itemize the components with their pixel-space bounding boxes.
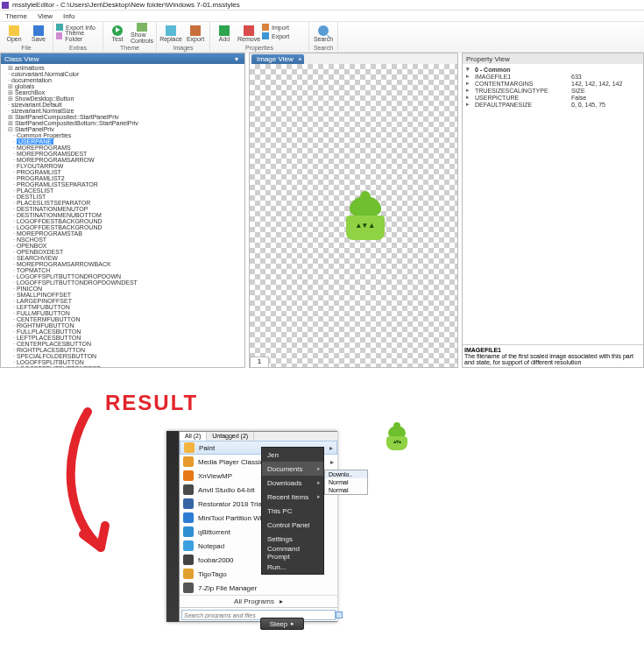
start-right-item[interactable]: Jen (262, 448, 323, 462)
close-icon[interactable]: × (298, 55, 302, 63)
tree-node[interactable]: Common Properties (3, 132, 243, 138)
start-right-item[interactable]: Run... (262, 560, 323, 574)
menu-theme[interactable]: Theme (5, 12, 27, 20)
tree-node[interactable]: LEFTPLACESBUTTON (3, 335, 243, 341)
tree-node[interactable]: MOREPROGRAMSTAB (3, 230, 243, 237)
chevron-right-icon[interactable]: ▸ (291, 620, 294, 627)
tree-node[interactable]: MOREPROGRAMSARROW (3, 157, 243, 163)
flyout-item[interactable]: Downlo.. (325, 470, 367, 478)
tree-node[interactable]: FULLMFUBUTTON (3, 310, 243, 316)
property-row[interactable]: ▸IMAGEFILE1633 (464, 73, 641, 80)
menu-info[interactable]: Info (63, 12, 74, 20)
expand-icon[interactable]: ▸ (464, 73, 471, 80)
tree-node[interactable]: FULLPLACESBUTTON (3, 328, 243, 335)
start-right-item[interactable]: Settings (262, 532, 323, 546)
class-view-collapse-icon[interactable]: ▾ (232, 54, 241, 63)
start-right-item[interactable]: Recent Items▸ (262, 490, 323, 504)
start-right-item[interactable]: Downloads▸ (262, 476, 323, 490)
open-button[interactable]: Open (3, 23, 25, 44)
tree-node[interactable]: LARGEPINOFFSET (3, 298, 243, 304)
show-controls-button[interactable]: Show Controls (131, 23, 153, 44)
tree-node[interactable]: MOREPROGRAMS (3, 145, 243, 151)
tree-node[interactable]: RIGHTPLACESBUTTON (3, 347, 243, 353)
tree-node[interactable]: sizevariant.Default (3, 102, 243, 108)
flyout-item[interactable]: Normal (325, 486, 367, 494)
tree-node[interactable]: PLACESLISTSEPARATOR (3, 200, 243, 206)
image-page-tab[interactable]: 1 (250, 357, 269, 367)
expand-icon[interactable]: ▸ (464, 101, 471, 108)
tree-node[interactable]: PROGRAMLIST (3, 169, 243, 175)
expand-icon[interactable]: ▸ (464, 80, 471, 87)
export-props-button[interactable]: Export (262, 32, 306, 40)
tree-node[interactable]: PROGRAMLISTSEPARATOR (3, 181, 243, 187)
tree-node[interactable]: FLYOUTARROW (3, 163, 243, 169)
start-right-item[interactable]: Control Panel (262, 518, 323, 532)
add-button[interactable]: Add (213, 23, 236, 44)
tree-node[interactable]: SEARCHVIEW (3, 255, 243, 261)
start-right-item[interactable]: This PC (262, 504, 323, 518)
property-value[interactable]: 142, 142, 142, 142 (571, 81, 641, 87)
tab-untagged[interactable]: Untagged (2) (207, 432, 254, 441)
tree-node[interactable]: CENTERMFUBUTTON (3, 316, 243, 322)
property-row[interactable]: ▸USERPICTUREFalse (464, 94, 641, 101)
tree-node[interactable]: PINICON (3, 286, 243, 292)
image-canvas[interactable]: ▴ ▾ ▴ 1 (250, 64, 457, 367)
tree-node[interactable]: DESTINATIONMENUTOP (3, 206, 243, 212)
tree-node[interactable]: LOGOFFSPLITBUTTONDROPDOWNDEST (3, 279, 243, 286)
replace-button[interactable]: Replace (159, 23, 182, 44)
tree-node[interactable]: LOGOFFDESTBACKGROUND (3, 218, 243, 224)
start-right-item[interactable]: Command Prompt (262, 546, 323, 560)
tree-node[interactable]: globals (3, 83, 243, 89)
tree-node[interactable]: PROGRAMLIST2 (3, 175, 243, 181)
save-button[interactable]: Save (27, 23, 50, 44)
class-tree[interactable]: animationscolorvariant.NormalColordocume… (1, 64, 244, 367)
tree-node[interactable]: OPENBOX (3, 243, 243, 249)
property-group-header[interactable]: ▾ 0 - Common (464, 66, 641, 73)
tree-node[interactable]: StartPanelComposited::StartPanelPriv (3, 114, 243, 120)
tree-node[interactable]: LOGOFFDESTBACKGROUND (3, 224, 243, 230)
tree-node[interactable]: DESTINATIONMENUBOTTOM (3, 212, 243, 218)
property-row[interactable]: ▸TRUESIZESCALINGTYPESIZE (464, 87, 641, 94)
tree-node[interactable]: StartPanelPriv (3, 126, 243, 132)
theme-folder-button[interactable]: Theme Folder (56, 32, 100, 40)
import-props-button[interactable]: Import (262, 23, 306, 32)
tree-node[interactable]: USERPANE (3, 138, 243, 145)
property-value[interactable]: 633 (571, 74, 641, 80)
tree-node[interactable]: sizevariant.NormalSize (3, 108, 243, 114)
image-view-tab[interactable]: Image View × (251, 54, 304, 64)
tree-node[interactable]: LOGOFFSPLITBUTTONDEST (3, 365, 243, 367)
flyout-item[interactable]: Normal (325, 478, 367, 486)
search-button[interactable]: Search (312, 23, 335, 44)
tree-node[interactable]: SPECIALFOLDERSBUTTON (3, 353, 243, 359)
tree-node[interactable]: documentation (3, 77, 243, 83)
expand-icon[interactable]: ▸ (464, 87, 471, 94)
tree-node[interactable]: MOREPROGRAMSDEST (3, 151, 243, 157)
tree-node[interactable]: ShowDesktop::Button (3, 95, 243, 102)
start-menu-item[interactable]: 7-Zip File Manager (180, 581, 337, 595)
tree-node[interactable]: SearchBox (3, 89, 243, 95)
all-programs-button[interactable]: All Programs ▸ (180, 595, 337, 607)
tab-all[interactable]: All (2) (180, 432, 207, 441)
tree-node[interactable]: CENTERPLACESBUTTON (3, 341, 243, 347)
property-value[interactable]: SIZE (571, 88, 641, 94)
tree-node[interactable]: animations (3, 65, 243, 71)
collapse-icon[interactable]: ▾ (464, 66, 471, 73)
property-row[interactable]: ▸DEFAULTPANESIZE0, 0, 145, 75 (464, 101, 641, 108)
tree-node[interactable]: SMALLPINOFFSET (3, 292, 243, 298)
property-value[interactable]: 0, 0, 145, 75 (571, 102, 641, 108)
tree-node[interactable]: TOPMATCH (3, 267, 243, 273)
tree-node[interactable]: LOGOFFSPLITBUTTON (3, 359, 243, 365)
property-value[interactable]: False (571, 95, 641, 101)
tree-node[interactable]: MOREPROGRAMSARROWBACK (3, 261, 243, 267)
tree-node[interactable]: StartPanelCompositedBottom::StartPanelPr… (3, 120, 243, 126)
property-row[interactable]: ▸CONTENTMARGINS142, 142, 142, 142 (464, 80, 641, 87)
tree-node[interactable]: NSCHOST (3, 237, 243, 243)
tree-node[interactable]: LEFTMFUBUTTON (3, 304, 243, 310)
tree-node[interactable]: colorvariant.NormalColor (3, 71, 243, 77)
search-input[interactable] (181, 610, 336, 620)
menu-view[interactable]: View (38, 12, 53, 20)
start-right-item[interactable]: Documents▸ (262, 462, 323, 476)
tree-node[interactable]: RIGHTMFUBUTTON (3, 322, 243, 328)
remove-button[interactable]: Remove (237, 23, 260, 44)
power-button[interactable]: Sleep ▸ (260, 618, 304, 630)
